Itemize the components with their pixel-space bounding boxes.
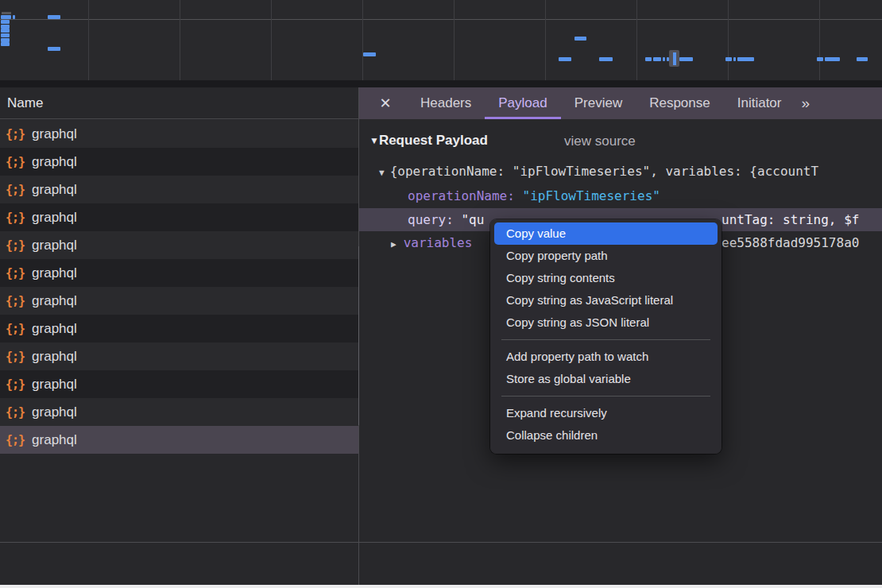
- json-request-icon: {;}: [6, 266, 25, 280]
- menu-item-collapse-children[interactable]: Collapse children: [494, 424, 718, 447]
- request-name-label: graphql: [32, 404, 77, 420]
- waterfall-request-bar: [737, 57, 754, 61]
- overview-gray-bar: [2, 12, 11, 14]
- expanded-triangle-icon[interactable]: ▼: [379, 168, 385, 178]
- request-row-graphql[interactable]: {;}graphql: [0, 287, 358, 315]
- tab-preview[interactable]: Preview: [561, 87, 636, 119]
- request-name-label: graphql: [32, 154, 77, 170]
- overview-gridline-vertical: [271, 0, 272, 80]
- request-row-graphql[interactable]: {;}graphql: [0, 148, 358, 176]
- waterfall-request-bar: [817, 57, 823, 61]
- chevron-double-right-icon[interactable]: »: [801, 95, 808, 112]
- waterfall-request-bar: [559, 57, 571, 61]
- menu-item-add-property-path-to-watch[interactable]: Add property path to watch: [494, 346, 718, 368]
- bottom-divider: [0, 542, 882, 543]
- menu-item-copy-string-as-json-literal[interactable]: Copy string as JSON literal: [494, 311, 718, 334]
- request-payload-section-header[interactable]: ▼Request Payload: [369, 133, 488, 149]
- variables-key: variables: [404, 235, 473, 250]
- tab-headers[interactable]: Headers: [407, 87, 485, 119]
- request-payload-title: Request Payload: [379, 133, 488, 148]
- overview-selected-request-marker-line: [673, 52, 676, 65]
- waterfall-request-bar: [13, 15, 15, 19]
- waterfall-request-bar: [1, 20, 10, 24]
- request-row-graphql[interactable]: {;}graphql: [0, 231, 358, 259]
- request-row-graphql[interactable]: {;}graphql: [0, 315, 358, 342]
- request-name-label: graphql: [32, 238, 77, 253]
- query-value-left: "qu: [461, 212, 484, 227]
- request-row-graphql[interactable]: {;}graphql: [0, 203, 358, 231]
- request-name-label: graphql: [32, 377, 77, 393]
- overview-gridline-horizontal: [0, 19, 882, 20]
- overview-gridline-vertical: [728, 0, 729, 80]
- payload-root-preview: {operationName: "ipFlowTimeseries", vari…: [390, 164, 818, 179]
- window-bottom-edge: [0, 585, 882, 588]
- request-row-graphql[interactable]: {;}graphql: [0, 370, 358, 398]
- request-row-graphql[interactable]: {;}graphql: [0, 342, 358, 370]
- request-name-label: graphql: [32, 432, 77, 448]
- payload-root-row[interactable]: ▼{operationName: "ipFlowTimeseries", var…: [359, 161, 882, 182]
- json-request-icon: {;}: [6, 155, 25, 169]
- json-request-icon: {;}: [6, 350, 25, 364]
- menu-item-copy-string-as-javascript-literal[interactable]: Copy string as JavaScript literal: [494, 289, 718, 311]
- query-key: query:: [408, 212, 454, 227]
- json-request-icon: {;}: [6, 377, 25, 392]
- overview-gridline-vertical: [180, 0, 180, 80]
- collapsed-triangle-icon[interactable]: ▶: [391, 239, 397, 250]
- overview-bottom-strip: [0, 80, 882, 87]
- query-value-right: untTag: string, $f: [721, 208, 859, 231]
- waterfall-request-bar: [48, 15, 60, 19]
- operation-name-value: "ipFlowTimeseries": [523, 188, 660, 203]
- menu-item-copy-property-path[interactable]: Copy property path: [494, 245, 718, 267]
- variables-preview-right: ee5588fdad995178a0: [721, 233, 859, 253]
- waterfall-request-bar: [725, 57, 732, 61]
- waterfall-request-bar: [599, 57, 613, 61]
- waterfall-request-bar: [48, 47, 60, 51]
- waterfall-request-bar: [1, 29, 10, 33]
- json-request-icon: {;}: [6, 294, 25, 308]
- json-request-icon: {;}: [6, 238, 25, 253]
- request-row-graphql[interactable]: {;}graphql: [0, 426, 358, 454]
- request-row-graphql[interactable]: {;}graphql: [0, 259, 358, 287]
- collapse-triangle-icon: ▼: [369, 135, 379, 146]
- overview-gridline-vertical: [88, 0, 89, 80]
- request-row-graphql[interactable]: {;}graphql: [0, 398, 358, 426]
- tab-payload[interactable]: Payload: [485, 87, 560, 119]
- json-request-icon: {;}: [6, 183, 25, 197]
- menu-item-expand-recursively[interactable]: Expand recursively: [494, 402, 718, 424]
- waterfall-request-bar: [825, 57, 840, 61]
- request-name-label: graphql: [32, 293, 77, 309]
- request-name-label: graphql: [32, 265, 77, 281]
- menu-item-copy-string-contents[interactable]: Copy string contents: [494, 267, 718, 289]
- tab-response[interactable]: Response: [636, 87, 724, 119]
- payload-operation-name-row[interactable]: operationName: "ipFlowTimeseries": [359, 186, 882, 207]
- network-overview-timeline[interactable]: [0, 0, 882, 80]
- devtools-network-panel: Name {;}graphql{;}graphql{;}graphql{;}gr…: [0, 0, 882, 588]
- menu-item-store-as-global-variable[interactable]: Store as global variable: [494, 368, 718, 390]
- request-list: {;}graphql{;}graphql{;}graphql{;}graphql…: [0, 120, 358, 454]
- operation-name-key: operationName:: [408, 188, 515, 203]
- menu-separator: [501, 339, 710, 340]
- waterfall-request-bar: [574, 37, 586, 41]
- request-row-graphql[interactable]: {;}graphql: [0, 176, 358, 203]
- menu-item-copy-value[interactable]: Copy value: [494, 222, 718, 245]
- overview-gridline-vertical: [454, 0, 455, 80]
- overview-gridline-vertical: [819, 0, 820, 80]
- waterfall-request-bar: [653, 57, 661, 61]
- close-icon[interactable]: ✕: [375, 95, 396, 112]
- waterfall-request-bar: [679, 57, 693, 61]
- waterfall-request-bar: [1, 33, 10, 37]
- waterfall-request-bar: [363, 52, 376, 56]
- json-request-icon: {;}: [6, 211, 25, 225]
- overview-gridline-vertical: [636, 0, 637, 80]
- request-name-label: graphql: [32, 182, 77, 198]
- json-request-icon: {;}: [6, 405, 25, 420]
- overview-gridline-vertical: [545, 0, 546, 80]
- request-row-graphql[interactable]: {;}graphql: [0, 120, 358, 148]
- waterfall-request-bar: [857, 57, 868, 61]
- json-request-icon: {;}: [6, 433, 25, 447]
- tab-initiator[interactable]: Initiator: [724, 87, 795, 119]
- name-column-label: Name: [7, 95, 43, 111]
- menu-separator: [501, 396, 710, 397]
- view-source-link[interactable]: view source: [564, 133, 636, 149]
- name-column-header[interactable]: Name: [0, 87, 358, 119]
